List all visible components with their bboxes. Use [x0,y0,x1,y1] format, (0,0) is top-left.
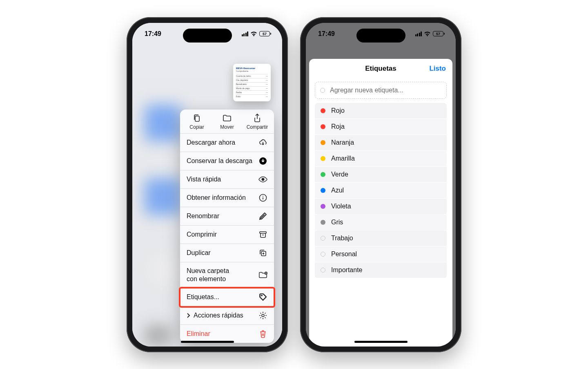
tag-label: Naranja [331,139,354,146]
tag-label: Importante [331,266,362,274]
tag-color-dot [321,172,325,177]
dynamic-island [356,29,405,42]
pencil-icon [258,212,267,221]
tag-row[interactable]: Roja [315,119,447,135]
circle-outline-icon [321,268,325,273]
circle-outline-icon [321,236,325,241]
tag-row[interactable]: Personal [315,246,447,262]
copy-icon [192,114,201,123]
menu-item-label: Etiquetas... [187,293,219,301]
menu-item-duplicate[interactable]: Duplicar [180,244,274,262]
home-indicator[interactable] [181,341,234,343]
menu-item-label: Duplicar [187,249,211,257]
tag-label: Verde [331,171,348,178]
done-button[interactable]: Listo [429,65,446,73]
menu-item-trash[interactable]: Eliminar [180,325,274,343]
menu-item-label: Comprimir [187,230,217,239]
trash-icon [258,329,267,338]
tag-row[interactable]: Violeta [315,199,447,215]
tags-list: RojoRojaNaranjaAmarillaVerdeAzulVioletaG… [315,103,447,278]
menu-item-archivebox[interactable]: Comprimir [180,226,274,244]
svg-point-2 [262,178,264,181]
tag-color-dot [321,204,325,209]
dynamic-island [183,29,232,42]
chevron-right-icon [187,313,190,318]
duplicate-icon [258,248,267,257]
menu-item-label: Vista rápida [187,175,221,183]
sheet-header: Etiquetas Listo [309,59,452,78]
status-time: 17:49 [318,30,335,38]
info-icon [258,193,267,202]
screen-left: 17:49 57 BBVA Bancomer Comprobante Cuent… [132,23,282,347]
tag-row[interactable]: Importante [315,262,447,278]
menu-item-label: Acciones rápidas [194,311,243,320]
menu-item-pencil[interactable]: Renombrar [180,207,274,226]
cellular-icon [242,31,249,36]
menu-item-label: Renombrar [187,212,219,220]
cloud-download-icon [258,138,267,147]
tag-row[interactable]: Naranja [315,135,447,151]
menu-copy[interactable]: Copiar [182,114,212,130]
menu-item-eye[interactable]: Vista rápida [180,170,274,189]
svg-point-8 [261,295,263,296]
archivebox-icon [258,230,267,239]
tag-label: Violeta [331,203,351,210]
menu-item-label: Descargar ahora [187,139,235,147]
tags-sheet: Etiquetas Listo Agregar nueva etiqueta..… [309,59,452,347]
menu-item-tag[interactable]: Etiquetas... [180,288,274,306]
tag-label: Personal [331,250,357,258]
gear-icon [258,311,267,320]
context-menu: Copiar Mover Compartir Descargar ahoraCo… [180,110,274,343]
tag-row[interactable]: Rojo [315,103,447,119]
tag-label: Trabajo [331,235,353,242]
menu-item-info[interactable]: Obtener información [180,189,274,207]
tag-row[interactable]: Azul [315,183,447,199]
tag-row[interactable]: Amarilla [315,151,447,167]
menu-item-folder-plus[interactable]: Nueva carpeta con elemento [180,262,274,288]
battery-icon: 57 [259,31,270,36]
sheet-title: Etiquetas [365,65,396,73]
menu-item-label: Conservar la descarga [187,157,252,165]
menu-item-gear[interactable]: Acciones rápidas [180,306,274,325]
eye-icon [258,175,267,184]
phone-right: 17:49 57 Etiquetas Listo Agregar nueva e… [300,17,461,352]
svg-rect-5 [260,232,266,233]
menu-item-label: Nueva carpeta con elemento [187,267,229,283]
circle-outline-icon [320,88,325,93]
tag-icon [258,293,267,302]
add-tag-row[interactable]: Agregar nueva etiqueta... [315,82,447,99]
menu-item-cloud-download[interactable]: Descargar ahora [180,134,274,152]
tag-label: Rojo [331,107,345,114]
tag-color-dot [321,140,325,145]
svg-point-9 [262,314,264,317]
tag-label: Azul [331,187,344,194]
tag-color-dot [321,108,325,113]
circle-outline-icon [321,252,325,257]
tag-color-dot [321,220,325,225]
battery-icon: 57 [433,31,443,36]
tag-color-dot [321,156,325,161]
tag-row[interactable]: Verde [315,167,447,183]
status-time: 17:49 [145,30,161,38]
folder-icon [223,114,232,123]
tag-row[interactable]: Gris [315,215,447,230]
doc-preview-bank: BBVA Bancomer [236,67,268,69]
screen-right: 17:49 57 Etiquetas Listo Agregar nueva e… [306,23,456,347]
folder-plus-icon [258,271,267,280]
menu-move[interactable]: Mover [212,114,242,130]
tag-label: Amarilla [331,155,355,162]
menu-item-keep-download[interactable]: Conservar la descarga [180,152,274,170]
tag-color-dot [321,124,325,129]
cellular-icon [415,31,422,36]
tag-label: Gris [331,219,343,226]
home-indicator[interactable] [354,341,408,343]
phone-left: 17:49 57 BBVA Bancomer Comprobante Cuent… [127,17,288,352]
document-preview-thumbnail[interactable]: BBVA Bancomer Comprobante Cuenta de reti… [233,64,271,101]
menu-item-label: Eliminar [187,330,210,338]
svg-point-4 [263,196,263,197]
tag-row[interactable]: Trabajo [315,230,447,246]
menu-share[interactable]: Compartir [243,114,272,130]
svg-rect-0 [195,116,199,121]
tag-label: Roja [331,123,345,130]
wifi-icon [424,31,431,36]
